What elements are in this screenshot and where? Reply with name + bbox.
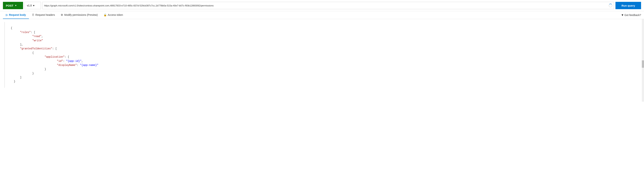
tab-request-body-label: Request body [9,13,26,16]
scrollbar-thumb[interactable] [642,60,644,68]
modify-permissions-icon: ⚙ [61,13,63,16]
tab-request-body[interactable]: ▷ Request body [3,11,29,19]
url-input-wrapper [42,2,614,9]
tab-access-token-label: Access token [108,13,123,16]
code-editor[interactable]: { "roles": [ "read", "write" ], "granted… [4,22,640,88]
method-label: POST [6,4,13,7]
tab-modify-permissions[interactable]: ⚙ Modify permissions (Preview) [58,11,100,19]
run-query-button[interactable]: Run query [616,2,641,9]
editor-area: { "roles": [ "read", "write" ], "granted… [0,19,644,102]
request-headers-icon: 🗒 [32,13,34,16]
heart-icon: ♥ [622,13,623,17]
tab-modify-permissions-label: Modify permissions (Preview) [64,13,98,16]
method-chevron-icon: ▾ [15,4,16,7]
version-dropdown[interactable]: v1.0 ▾ [24,2,41,9]
tabs-bar: ▷ Request body 🗒 Request headers ⚙ Modif… [0,11,644,19]
toolbar: POST ▾ v1.0 ▾ Run query [0,0,644,11]
tab-request-headers[interactable]: 🗒 Request headers [29,11,58,19]
version-label: v1.0 [27,4,32,7]
feedback-label: Got feedback? [624,14,641,17]
url-input[interactable] [44,4,607,7]
method-dropdown[interactable]: POST ▾ [3,2,23,9]
loading-spinner [609,4,612,7]
scrollbar-track[interactable] [642,19,644,102]
tab-request-headers-label: Request headers [36,13,55,16]
request-body-icon: ▷ [6,13,8,16]
version-chevron-icon: ▾ [33,4,34,7]
access-token-icon: 🔒 [104,13,107,16]
tab-access-token[interactable]: 🔒 Access token [100,11,126,19]
feedback-area[interactable]: ♥ Got feedback? [622,13,641,17]
